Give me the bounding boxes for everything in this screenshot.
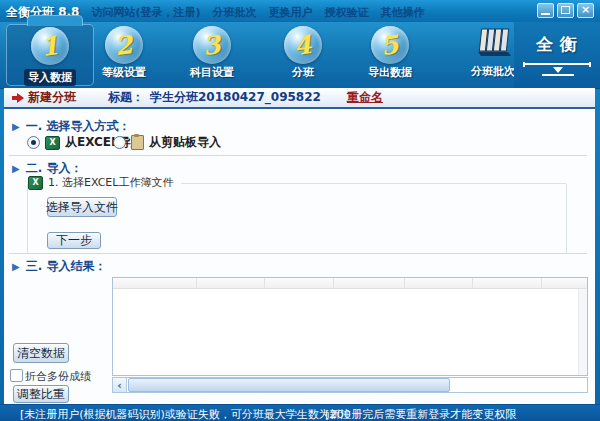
excel-import-radio[interactable] [27,136,40,149]
toolbar-step-import-data[interactable]: 1 导入数据 [6,24,94,86]
split-title-value: 学生分班20180427_095822 [150,89,321,106]
step-1-label: 导入数据 [24,69,76,86]
app-window: 全衡分班 8.8 访问网站(登录，注册) 分班批次 更换用户 授权验证 其他操作… [0,0,600,421]
step-4-bubble-icon: 4 [284,26,322,64]
restore-icon [561,6,570,14]
menu-item-website[interactable]: 访问网站(登录，注册) [91,5,200,20]
minimize-icon [541,13,550,15]
section-divider [9,155,587,156]
title-bar: 全衡分班 8.8 访问网站(登录，注册) 分班批次 更换用户 授权验证 其他操作 [0,0,600,22]
rename-link[interactable]: 重命名 [347,89,383,106]
new-split-label[interactable]: 新建分班 [28,89,76,106]
books-icon [474,26,512,60]
restore-button[interactable] [557,3,574,18]
step-4-number: 4 [293,31,314,58]
menu-bar: 访问网站(登录，注册) 分班批次 更换用户 授权验证 其他操作 [91,0,424,20]
menu-item-other-ops[interactable]: 其他操作 [381,5,425,20]
window-controls [537,3,594,18]
table-column-header [265,278,334,288]
toolbar: 1 导入数据 2 等级设置 3 科目设置 4 分班 5 导出数据 [0,22,600,89]
section-divider [9,253,587,254]
toolbar-step-subject-settings[interactable]: 3 科目设置 [174,24,250,84]
clear-data-button[interactable]: 清空数据 [13,343,69,363]
step-5-label: 导出数据 [352,65,428,80]
excel-file-group-label: 1. 选择EXCEL工作簿文件 [48,175,173,190]
excel-icon [28,176,43,190]
clipboard-import-label: 从剪贴板导入 [149,134,221,151]
step-5-bubble-icon: 5 [371,26,409,64]
section-one-heading: ▶ 一. 选择导入方式： [12,118,130,135]
menu-item-batches[interactable]: 分班批次 [213,5,257,20]
clipboard-import-radio[interactable] [113,136,126,149]
section-three-heading: ▶ 三. 导入结果： [12,258,106,275]
status-bar: [未注册用户(根据机器码识别)或验证失败，可分班最大学生数为200 [新注册完后… [0,404,600,421]
minimize-button[interactable] [537,3,554,18]
horizontal-scrollbar-thumb[interactable] [128,378,450,392]
title-field-label: 标题： [108,89,144,106]
section-marker-icon: ▶ [12,164,20,174]
logo-text: 全衡 [520,33,600,56]
section-one-title: 一. 选择导入方式： [26,118,131,135]
adjust-weight-button[interactable]: 调整比重 [13,385,69,403]
table-header-row [113,278,587,289]
close-button[interactable] [577,3,594,18]
toolbar-step-export-data[interactable]: 5 导出数据 [352,24,428,84]
section-marker-icon: ▶ [12,122,20,132]
table-column-header [197,278,265,288]
table-column-header [542,278,587,288]
step-2-number: 2 [114,31,135,58]
import-mode-clipboard-option: 从剪贴板导入 [113,134,221,151]
combine-scores-checkbox[interactable] [10,369,23,382]
main-content: ▶ 一. 选择导入方式： 从EXCEL导入 从剪贴板导入 ▶ 二. 导入： 1.… [4,109,595,405]
step-2-bubble-icon: 2 [105,26,143,64]
excel-icon [45,136,60,150]
choose-import-file-button[interactable]: 选择导入文件 [47,197,117,217]
toolbar-step-grade-settings[interactable]: 2 等级设置 [86,24,162,84]
step-3-label: 科目设置 [174,65,250,80]
scroll-left-arrow-icon[interactable]: ‹ [113,378,127,392]
toolbar-step-divide-classes[interactable]: 4 分班 [266,24,340,84]
table-vertical-scrollbar[interactable] [578,289,587,375]
table-column-header [405,278,473,288]
step-3-number: 3 [202,31,223,58]
document-header: 新建分班 标题： 学生分班20180427_095822 重命名 [4,88,595,109]
table-column-header [473,278,542,288]
step-5-number: 5 [380,31,401,58]
step-2-label: 等级设置 [86,65,162,80]
section-three-title: 三. 导入结果： [26,258,107,275]
balance-scale-icon [520,60,594,78]
section-marker-icon: ▶ [12,262,20,272]
menu-item-license-verify[interactable]: 授权验证 [325,5,369,20]
next-step-button[interactable]: 下一步 [47,232,101,249]
step-4-label: 分班 [266,65,340,80]
step-1-number: 1 [40,32,61,59]
table-horizontal-scrollbar[interactable]: ‹ [112,377,588,393]
status-message-right: [新注册完后需要重新登录才能变更权限 [325,407,516,421]
new-split-arrow-icon [12,93,24,103]
step-3-bubble-icon: 3 [193,26,231,64]
clipboard-icon [131,135,144,150]
excel-file-group-legend: 1. 选择EXCEL工作簿文件 [28,175,181,190]
import-results-table[interactable] [112,277,588,376]
menu-item-switch-user[interactable]: 更换用户 [269,5,313,20]
table-column-header [113,278,197,288]
combine-scores-label: 折合多份成绩 [25,369,91,384]
excel-file-groupbox [27,183,567,254]
active-step-tab [27,15,83,26]
status-message-left: [未注册用户(根据机器码识别)或验证失败，可分班最大学生数为200 [20,407,351,421]
step-1-bubble-icon: 1 [31,27,69,65]
table-column-header [334,278,405,288]
app-logo: 全衡 [514,22,600,88]
